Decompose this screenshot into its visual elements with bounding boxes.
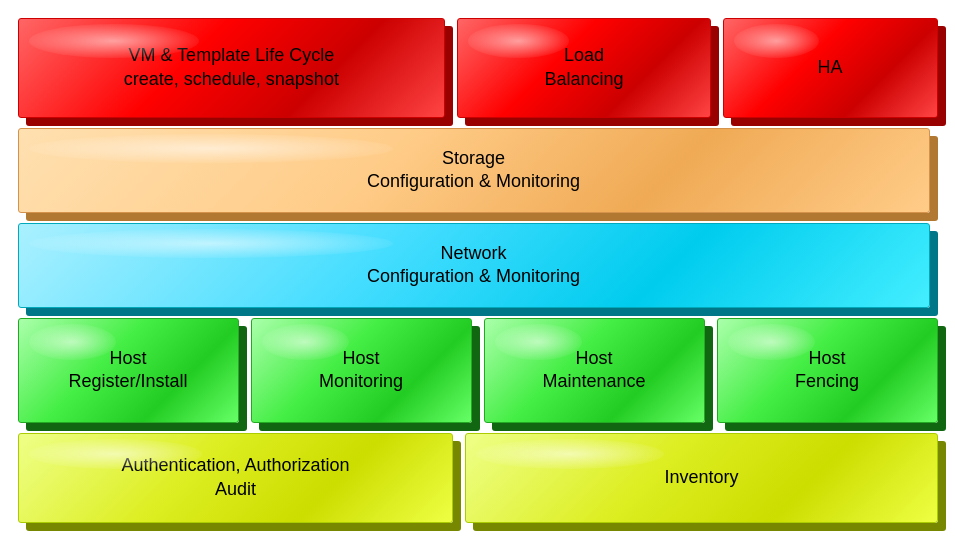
host-maintenance-line2: Maintenance <box>542 370 645 393</box>
host-fencing-line1: Host <box>795 347 859 370</box>
vm-lifecycle-line1: VM & Template Life Cycle <box>124 44 339 67</box>
storage-line1: Storage <box>367 147 580 170</box>
host-register-line1: Host <box>68 347 187 370</box>
row-storage: Storage Configuration & Monitoring <box>18 128 938 213</box>
host-monitoring-line2: Monitoring <box>319 370 403 393</box>
architecture-diagram: VM & Template Life Cycle create, schedul… <box>8 8 948 533</box>
ha-label: HA <box>818 57 843 78</box>
row-top-services: VM & Template Life Cycle create, schedul… <box>18 18 938 118</box>
network-line1: Network <box>367 242 580 265</box>
row-auth-inventory: Authentication, Authorization Audit Inve… <box>18 433 938 523</box>
load-balancing-box: Load Balancing <box>457 18 711 118</box>
network-box: Network Configuration & Monitoring <box>18 223 930 308</box>
host-monitoring-line1: Host <box>319 347 403 370</box>
storage-box: Storage Configuration & Monitoring <box>18 128 930 213</box>
row-network: Network Configuration & Monitoring <box>18 223 938 308</box>
lb-line2: Balancing <box>544 68 623 91</box>
lb-line1: Load <box>544 44 623 67</box>
host-register-line2: Register/Install <box>68 370 187 393</box>
host-maintenance-line1: Host <box>542 347 645 370</box>
host-register-box: Host Register/Install <box>18 318 239 423</box>
vm-lifecycle-box: VM & Template Life Cycle create, schedul… <box>18 18 446 118</box>
host-maintenance-box: Host Maintenance <box>484 318 705 423</box>
vm-lifecycle-line2: create, schedule, snapshot <box>124 68 339 91</box>
auth-line2: Audit <box>121 478 349 501</box>
host-fencing-box: Host Fencing <box>717 318 938 423</box>
ha-box: HA <box>723 18 938 118</box>
network-line2: Configuration & Monitoring <box>367 265 580 288</box>
host-fencing-line2: Fencing <box>795 370 859 393</box>
inventory-label: Inventory <box>664 467 738 488</box>
auth-box: Authentication, Authorization Audit <box>18 433 454 523</box>
storage-line2: Configuration & Monitoring <box>367 170 580 193</box>
host-monitoring-box: Host Monitoring <box>251 318 472 423</box>
auth-line1: Authentication, Authorization <box>121 454 349 477</box>
inventory-box: Inventory <box>465 433 937 523</box>
row-host-services: Host Register/Install Host Monitoring Ho… <box>18 318 938 423</box>
